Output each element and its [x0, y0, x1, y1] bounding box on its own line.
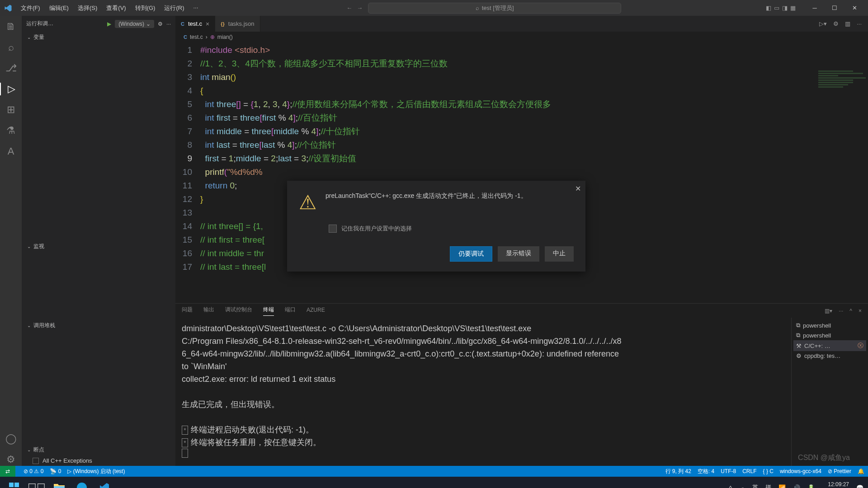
settings-gear-icon[interactable]: ⚙ [5, 453, 17, 466]
split-editor-icon[interactable]: ▥ [845, 20, 850, 27]
terminal-output[interactable]: dministrator\Desktop\VS\test1\test\test.… [175, 318, 791, 466]
layout-customize-icon[interactable]: ▦ [790, 5, 796, 11]
source-control-icon[interactable]: ⎇ [5, 62, 17, 75]
window-minimize-icon[interactable]: ─ [805, 0, 825, 16]
panel-tab-problems[interactable]: 问题 [182, 306, 193, 315]
tray-wifi-icon[interactable]: 📶 [778, 484, 786, 488]
section-label: 断点 [33, 446, 44, 454]
window-close-icon[interactable]: ✕ [844, 0, 864, 16]
more-icon[interactable]: ··· [839, 308, 843, 314]
editor-tabs: C test.c × {} tasks.json ▷▾ ⚙ ▥ ··· [175, 16, 868, 32]
more-actions-icon[interactable]: ··· [857, 20, 862, 27]
menu-select[interactable]: 选择(S) [74, 2, 101, 14]
tray-notifications-icon[interactable]: 💬 [856, 484, 863, 488]
terminal-split-icon[interactable]: ▥▾ [825, 308, 832, 314]
panel-tab-debug[interactable]: 调试控制台 [225, 306, 252, 315]
tab-tasks-json[interactable]: {} tasks.json [215, 16, 260, 32]
tab-test-c[interactable]: C test.c × [175, 16, 215, 32]
vscode-taskbar-icon[interactable] [95, 478, 114, 488]
line-gutter: 1234 5678 9101112 1314151617 [175, 42, 200, 303]
tray-ime1[interactable]: 英 [752, 483, 758, 488]
explorer-icon[interactable]: 🗎 [5, 20, 17, 33]
start-debug-icon[interactable]: ▶ [107, 21, 111, 27]
file-explorer-icon[interactable] [50, 478, 69, 488]
terminal-item-debug[interactable]: ⚙cppdbg: tes… [793, 351, 866, 361]
nav-forward-icon[interactable]: → [357, 5, 363, 11]
debug-sidebar: 运行和调… ▶ (Windows) ⌄ ⚙ ··· ⌄变量 ⌄监视 ⌄调用堆栈 … [22, 16, 175, 466]
gear-icon[interactable]: ⚙ [158, 21, 163, 27]
layout-panel-left-icon[interactable]: ◧ [766, 5, 771, 11]
menu-bar: 文件(F) 编辑(E) 选择(S) 查看(V) 转到(G) 运行(R) ··· [17, 2, 202, 14]
section-breakpoints[interactable]: ⌄断点 [22, 444, 175, 455]
search-activity-icon[interactable]: ⌕ [5, 41, 17, 54]
terminal-label: C/C++: … [804, 343, 830, 349]
window-maximize-icon[interactable]: ☐ [825, 0, 844, 16]
section-callstack[interactable]: ⌄调用堆栈 [22, 320, 175, 331]
status-errors[interactable]: ⊘ 0 ⚠ 0 [24, 468, 43, 474]
extensions-icon[interactable]: ⊞ [5, 103, 17, 116]
tray-battery-icon[interactable]: 🔋 [807, 484, 815, 488]
minimap[interactable] [816, 70, 866, 124]
edge-browser-icon[interactable] [72, 478, 91, 488]
layout-panel-right-icon[interactable]: ◨ [782, 5, 788, 11]
status-intellisense[interactable]: windows-gcc-x64 [780, 468, 821, 474]
terminal-line: dministrator\Desktop\VS\test1\test\test.… [182, 322, 785, 335]
show-errors-button[interactable]: 显示错误 [498, 246, 539, 262]
azure-icon[interactable]: A [5, 145, 17, 158]
close-icon[interactable]: × [206, 20, 209, 28]
tray-chevron-icon[interactable]: ^ [729, 484, 732, 488]
tray-clock[interactable]: 12:09:27 2023/12/13 [822, 481, 849, 488]
panel-tab-ports[interactable]: 端口 [285, 306, 296, 315]
layout-panel-bottom-icon[interactable]: ▭ [774, 5, 779, 11]
error-close-icon[interactable]: ⓧ [858, 342, 863, 350]
tray-volume-icon[interactable]: 🔊 [793, 484, 800, 488]
remote-icon[interactable]: ⇄ [0, 466, 15, 477]
run-debug-icon[interactable]: ▷ [0, 83, 22, 95]
status-launch[interactable]: ▷ (Windows) 启动 (test) [67, 468, 125, 475]
status-ports[interactable]: 📡 0 [50, 468, 61, 474]
menu-file[interactable]: 文件(F) [17, 2, 44, 14]
menu-more[interactable]: ··· [189, 2, 202, 14]
status-spaces[interactable]: 空格: 4 [698, 468, 714, 475]
close-panel-icon[interactable]: × [859, 308, 862, 314]
status-bell-icon[interactable]: 🔔 [858, 468, 864, 474]
start-button[interactable] [5, 478, 24, 488]
menu-view[interactable]: 查看(V) [103, 2, 129, 14]
panel-tab-azure[interactable]: AZURE [307, 307, 325, 315]
menu-run[interactable]: 运行(R) [160, 2, 188, 14]
accounts-icon[interactable]: ◯ [5, 432, 17, 445]
breadcrumb[interactable]: C test.c › ⊕ mian() [175, 32, 868, 42]
panel-tab-terminal[interactable]: 终端 [263, 306, 274, 316]
testing-icon[interactable]: ⚗ [5, 124, 17, 137]
section-variables[interactable]: ⌄变量 [22, 32, 175, 43]
status-eol[interactable]: CRLF [742, 468, 756, 474]
nav-back-icon[interactable]: ← [346, 5, 352, 11]
command-center[interactable]: ⌕ test [管理员] [368, 3, 621, 14]
tray-onedrive-icon[interactable]: ☁ [739, 484, 745, 488]
settings-icon[interactable]: ⚙ [833, 20, 839, 27]
menu-go[interactable]: 转到(G) [132, 2, 159, 14]
breakpoint-checkbox[interactable] [33, 458, 39, 464]
more-icon[interactable]: ··· [166, 21, 171, 27]
terminal-list: ⧉powershell ⧉powershell ⚒C/C++: …ⓧ ⚙cppd… [791, 318, 868, 466]
terminal-item-powershell[interactable]: ⧉powershell [793, 330, 866, 340]
maximize-panel-icon[interactable]: ^ [849, 308, 852, 314]
debug-anyway-button[interactable]: 仍要调试 [450, 246, 492, 262]
status-cursor[interactable]: 行 9, 列 42 [665, 468, 691, 475]
panel-tab-output[interactable]: 输出 [203, 306, 214, 315]
tray-ime2[interactable]: 拼 [765, 483, 771, 488]
task-view-icon[interactable]: ☐☐ [27, 478, 46, 488]
terminal-item-powershell[interactable]: ⧉powershell [793, 320, 866, 330]
status-encoding[interactable]: UTF-8 [721, 468, 736, 474]
status-prettier[interactable]: ⊘ Prettier [828, 468, 851, 474]
menu-edit[interactable]: 编辑(E) [46, 2, 72, 14]
dialog-close-icon[interactable]: ✕ [575, 184, 581, 193]
debug-config-select[interactable]: (Windows) ⌄ [115, 20, 154, 28]
tray-time: 12:09:27 [822, 481, 849, 488]
run-dropdown-icon[interactable]: ▷▾ [819, 20, 827, 27]
section-watch[interactable]: ⌄监视 [22, 241, 175, 252]
remember-checkbox[interactable] [329, 225, 337, 233]
terminal-item-task[interactable]: ⚒C/C++: …ⓧ [793, 340, 866, 351]
status-lang[interactable]: { } C [763, 468, 774, 474]
abort-button[interactable]: 中止 [545, 246, 574, 262]
